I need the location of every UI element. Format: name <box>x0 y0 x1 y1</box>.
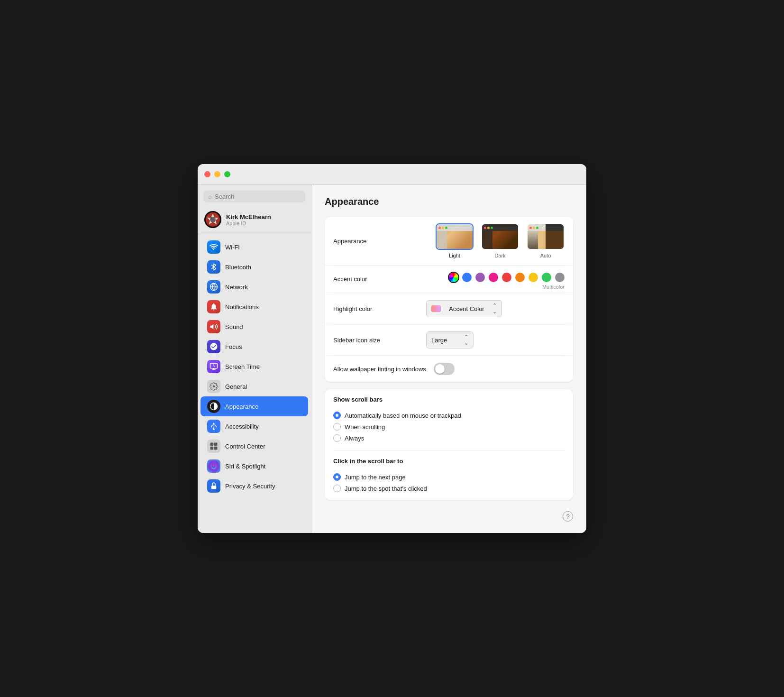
sidebar-item-screentime[interactable]: Screen Time <box>201 357 308 376</box>
sidebar-item-general[interactable]: General <box>201 376 308 396</box>
radio-auto <box>333 412 341 419</box>
radio-nextpage <box>333 473 341 481</box>
sidebar-item-label-siri: Siri & Spotlight <box>225 463 265 470</box>
appearance-icon <box>207 400 220 413</box>
scrollbar-option-scrolling[interactable]: When scrolling <box>333 423 565 431</box>
color-row <box>449 273 565 282</box>
sidebar-item-privacy[interactable]: Privacy & Security <box>201 476 308 496</box>
color-graphite[interactable] <box>555 273 565 282</box>
sidebar-item-wifi[interactable]: Wi-Fi <box>201 237 308 257</box>
sidebar-item-label-accessibility: Accessibility <box>225 423 259 430</box>
click-option-nextpage[interactable]: Jump to the next page <box>333 473 565 481</box>
maximize-button[interactable] <box>224 171 230 177</box>
user-name: Kirk McElhearn <box>226 213 271 220</box>
appearance-label-auto: Auto <box>540 253 551 258</box>
toggle-thumb <box>435 364 445 374</box>
color-pink[interactable] <box>489 273 498 282</box>
click-clicked-label: Jump to the spot that's clicked <box>345 485 427 492</box>
help-button[interactable]: ? <box>563 511 573 522</box>
sidebar-item-appearance[interactable]: Appearance <box>201 396 308 416</box>
sidebar-item-focus[interactable]: Focus <box>201 337 308 357</box>
focus-icon <box>207 340 220 353</box>
svg-point-3 <box>213 249 214 250</box>
user-subtitle: Apple ID <box>226 220 271 226</box>
appearance-row: Appearance <box>325 217 573 266</box>
scrollbar-always-label: Always <box>345 435 364 442</box>
sidebar-icon-size-value: Large <box>431 337 447 344</box>
accent-sublabel: Multicolor <box>542 284 565 290</box>
wallpaper-tinting-label: Allow wallpaper tinting in windows <box>333 366 426 373</box>
show-scrollbars-label: Show scroll bars <box>325 389 573 405</box>
scrollbar-options: Automatically based on mouse or trackpad… <box>325 405 573 449</box>
appearance-thumb-auto <box>527 223 565 250</box>
click-option-clicked[interactable]: Jump to the spot that's clicked <box>333 485 565 492</box>
highlight-color-value: Accent Color <box>449 305 484 312</box>
radio-always <box>333 434 341 442</box>
privacy-icon <box>207 479 220 493</box>
sidebar-item-bluetooth[interactable]: Bluetooth <box>201 257 308 277</box>
wifi-icon <box>207 240 220 254</box>
appearance-card: Appearance <box>325 217 573 382</box>
page-title: Appearance <box>325 196 573 207</box>
search-box[interactable]: ⌕ <box>203 191 305 202</box>
svg-rect-13 <box>210 443 214 446</box>
accent-colors: Multicolor <box>449 273 565 290</box>
sidebar-item-label-privacy: Privacy & Security <box>225 483 275 490</box>
content-area: ⌕ Kirk McElhearn Apple ID <box>198 185 586 533</box>
scrollbar-option-auto[interactable]: Automatically based on mouse or trackpad <box>333 412 565 419</box>
highlight-swatch <box>431 305 441 312</box>
appearance-thumb-light <box>436 223 474 250</box>
minimize-button[interactable] <box>214 171 220 177</box>
search-input[interactable] <box>215 193 301 200</box>
sidebar-item-label-focus: Focus <box>225 343 242 350</box>
notifications-icon <box>207 300 220 313</box>
sidebar-item-sound[interactable]: Sound <box>201 317 308 337</box>
appearance-option-dark[interactable]: Dark <box>481 223 519 258</box>
sidebar-item-label-controlcenter: Control Center <box>225 443 265 450</box>
svg-point-2 <box>210 217 216 222</box>
sidebar-item-network[interactable]: Network <box>201 277 308 297</box>
sidebar: ⌕ Kirk McElhearn Apple ID <box>198 185 311 533</box>
sidebar-item-notifications[interactable]: Notifications <box>201 297 308 317</box>
appearance-row-label: Appearance <box>333 238 419 245</box>
main-content: Appearance Appearance <box>311 185 586 533</box>
appearance-thumb-dark <box>481 223 519 250</box>
chevron-updown-icon: ⌃⌄ <box>492 303 497 315</box>
color-blue[interactable] <box>462 273 472 282</box>
bluetooth-icon <box>207 260 220 274</box>
sidebar-icon-size-select[interactable]: Large ⌃⌄ <box>426 331 474 348</box>
siri-icon <box>207 459 220 473</box>
sidebar-item-accessibility[interactable]: Accessibility <box>201 416 308 436</box>
accessibility-icon <box>207 420 220 433</box>
scrollbar-option-always[interactable]: Always <box>333 434 565 442</box>
sidebar-item-controlcenter[interactable]: Control Center <box>201 436 308 456</box>
wallpaper-tinting-toggle[interactable] <box>434 363 455 375</box>
color-multicolor[interactable] <box>449 273 458 282</box>
svg-rect-15 <box>210 447 214 450</box>
svg-point-17 <box>211 463 216 469</box>
click-scrollbar-label: Click in the scroll bar to <box>325 451 573 467</box>
user-profile[interactable]: Kirk McElhearn Apple ID <box>198 207 311 234</box>
close-button[interactable] <box>204 171 210 177</box>
svg-point-12 <box>213 423 215 424</box>
sidebar-item-siri[interactable]: Siri & Spotlight <box>201 456 308 476</box>
color-orange[interactable] <box>515 273 525 282</box>
scrollbar-auto-label: Automatically based on mouse or trackpad <box>345 412 461 419</box>
color-yellow[interactable] <box>529 273 538 282</box>
traffic-lights <box>204 171 230 177</box>
scrollbars-card: Show scroll bars Automatically based on … <box>325 389 573 500</box>
color-green[interactable] <box>542 273 551 282</box>
appearance-option-light[interactable]: Light <box>436 223 474 258</box>
user-info: Kirk McElhearn Apple ID <box>226 213 271 226</box>
color-red[interactable] <box>502 273 511 282</box>
color-purple[interactable] <box>475 273 485 282</box>
search-icon: ⌕ <box>208 193 212 200</box>
network-icon <box>207 280 220 293</box>
sidebar-item-label-screentime: Screen Time <box>225 363 260 370</box>
sidebar-item-label-notifications: Notifications <box>225 303 259 311</box>
appearance-option-auto[interactable]: Auto <box>527 223 565 258</box>
titlebar <box>198 164 586 185</box>
svg-point-10 <box>213 385 215 388</box>
svg-rect-16 <box>214 447 218 450</box>
highlight-color-select[interactable]: Accent Color ⌃⌄ <box>426 300 502 317</box>
